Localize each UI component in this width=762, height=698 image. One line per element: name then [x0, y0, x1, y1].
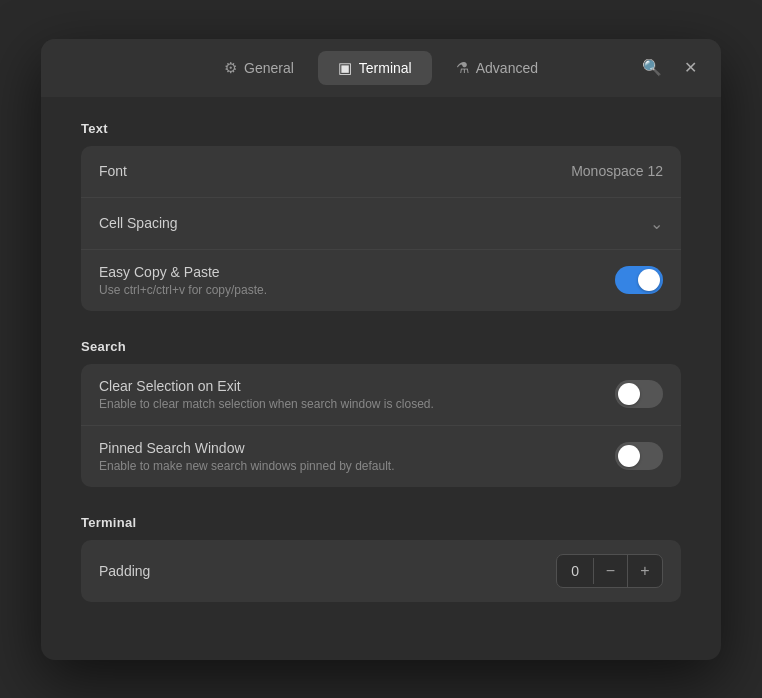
- pinned-search-row: Pinned Search Window Enable to make new …: [81, 426, 681, 487]
- close-icon: ✕: [684, 58, 697, 77]
- pinned-search-sublabel: Enable to make new search windows pinned…: [99, 459, 395, 473]
- padding-row: Padding 0 − +: [81, 540, 681, 602]
- padding-label: Padding: [99, 563, 150, 579]
- flask-icon: ⚗: [456, 59, 469, 77]
- content-area: Text Font Monospace 12 Cell Spacing ⌄ Ea…: [41, 97, 721, 660]
- easy-copy-paste-left: Easy Copy & Paste Use ctrl+c/ctrl+v for …: [99, 264, 267, 297]
- search-button[interactable]: 🔍: [637, 53, 667, 83]
- search-section-title: Search: [81, 339, 681, 354]
- header-actions: 🔍 ✕: [637, 53, 705, 83]
- easy-copy-paste-row: Easy Copy & Paste Use ctrl+c/ctrl+v for …: [81, 250, 681, 311]
- easy-copy-paste-sublabel: Use ctrl+c/ctrl+v for copy/paste.: [99, 283, 267, 297]
- padding-value: 0: [557, 558, 594, 584]
- terminal-section: Terminal Padding 0 − +: [81, 515, 681, 602]
- easy-copy-paste-toggle[interactable]: [615, 266, 663, 294]
- settings-window: ⚙ General ▣ Terminal ⚗ Advanced 🔍 ✕ Text: [41, 39, 721, 660]
- font-row[interactable]: Font Monospace 12: [81, 146, 681, 198]
- padding-stepper: 0 − +: [556, 554, 663, 588]
- cell-spacing-label: Cell Spacing: [99, 215, 178, 231]
- pinned-search-left: Pinned Search Window Enable to make new …: [99, 440, 395, 473]
- padding-decrease-button[interactable]: −: [594, 555, 628, 587]
- text-card: Font Monospace 12 Cell Spacing ⌄ Easy Co…: [81, 146, 681, 311]
- clear-selection-toggle[interactable]: [615, 380, 663, 408]
- search-icon: 🔍: [642, 58, 662, 77]
- search-section: Search Clear Selection on Exit Enable to…: [81, 339, 681, 487]
- terminal-icon: ▣: [338, 59, 352, 77]
- easy-copy-paste-label: Easy Copy & Paste: [99, 264, 267, 280]
- terminal-card: Padding 0 − +: [81, 540, 681, 602]
- close-button[interactable]: ✕: [675, 53, 705, 83]
- cell-spacing-row[interactable]: Cell Spacing ⌄: [81, 198, 681, 250]
- text-section: Text Font Monospace 12 Cell Spacing ⌄ Ea…: [81, 121, 681, 311]
- tab-terminal[interactable]: ▣ Terminal: [318, 51, 432, 85]
- toggle-knob: [618, 383, 640, 405]
- pinned-search-label: Pinned Search Window: [99, 440, 395, 456]
- clear-selection-label: Clear Selection on Exit: [99, 378, 434, 394]
- tab-terminal-label: Terminal: [359, 60, 412, 76]
- search-card: Clear Selection on Exit Enable to clear …: [81, 364, 681, 487]
- tab-advanced-label: Advanced: [476, 60, 538, 76]
- font-value: Monospace 12: [571, 163, 663, 179]
- tab-general[interactable]: ⚙ General: [204, 51, 314, 85]
- font-label: Font: [99, 163, 127, 179]
- clear-selection-row: Clear Selection on Exit Enable to clear …: [81, 364, 681, 426]
- text-section-title: Text: [81, 121, 681, 136]
- toggle-knob: [618, 445, 640, 467]
- tab-advanced[interactable]: ⚗ Advanced: [436, 51, 558, 85]
- terminal-section-title: Terminal: [81, 515, 681, 530]
- tab-bar: ⚙ General ▣ Terminal ⚗ Advanced 🔍 ✕: [41, 39, 721, 97]
- toggle-knob: [638, 269, 660, 291]
- pinned-search-toggle[interactable]: [615, 442, 663, 470]
- chevron-down-icon: ⌄: [650, 214, 663, 233]
- tab-general-label: General: [244, 60, 294, 76]
- clear-selection-left: Clear Selection on Exit Enable to clear …: [99, 378, 434, 411]
- padding-increase-button[interactable]: +: [628, 555, 662, 587]
- clear-selection-sublabel: Enable to clear match selection when sea…: [99, 397, 434, 411]
- gear-icon: ⚙: [224, 59, 237, 77]
